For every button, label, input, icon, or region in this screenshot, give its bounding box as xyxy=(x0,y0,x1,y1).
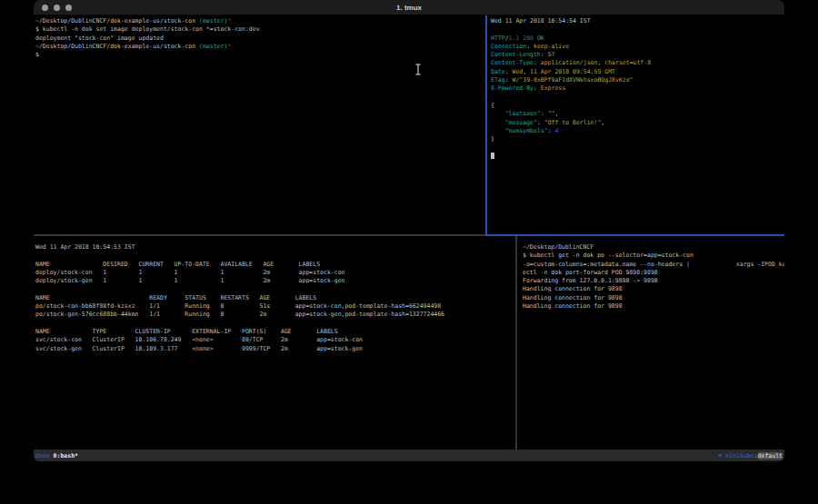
text-segment: , xyxy=(601,119,604,126)
terminal-line: Handling connection for 9898 xyxy=(523,285,784,293)
text-segment: $ xyxy=(35,51,39,58)
terminal-line: Handling connection for 9898 xyxy=(523,302,784,311)
text-segment: application/json; charset=utf-8 xyxy=(541,59,651,66)
terminal-line: $ kubectl get -n dok po --selector=app=s… xyxy=(523,252,784,260)
terminal-line: deploy/stock-con 1 1 1 1 2m app=stock-co… xyxy=(35,269,515,277)
text-segment: NAME DESIRED CURRENT UP-TO-DATE AVAILABL… xyxy=(35,261,320,268)
text-segment: deploy/stock-con 1 1 1 1 2m app=stock-co… xyxy=(35,269,344,276)
text-segment: deployment "stock-con" image updated xyxy=(35,35,164,42)
text-segment: { xyxy=(491,102,494,109)
text-segment: (master) xyxy=(199,43,227,50)
terminal-line: ectl -n dok port-forward POD 9898:9898 xyxy=(523,269,784,277)
text-segment: keep-alive xyxy=(534,43,569,50)
terminal-line: $ xyxy=(35,51,485,59)
terminal-line: ~/Desktop/DublinCNCF xyxy=(523,243,784,252)
text-segment: NAME READY STATUS RESTARTS AGE LABELS xyxy=(35,294,316,301)
terminal-line: HTTP/1.1 200 OK xyxy=(491,35,784,43)
terminal-line: ~/Desktop/DublinCNCF/dok-example-us/stoc… xyxy=(35,43,485,51)
text-segment: : xyxy=(541,110,548,117)
text-segment: -o=custom-columns=:metadata.name --no-he… xyxy=(523,261,784,268)
terminal-line xyxy=(35,320,515,328)
tmux-status-bar: demo 0:bash* ☸ minikube:default xyxy=(34,450,784,461)
text-segment: Handling connection for 9898 xyxy=(523,294,623,301)
text-segment: } xyxy=(491,135,494,143)
terminal-line: Date: Wed, 11 Apr 2018 09:54:55 GMT xyxy=(491,68,784,76)
text-segment: Handling connection for 9898 xyxy=(523,285,623,292)
text-segment: X-Powered-By xyxy=(491,84,534,92)
text-segment: ~/Desktop/DublinCNCF/dok-example-us/stoc… xyxy=(35,43,199,50)
terminal-line: -o=custom-columns=:metadata.name --no-he… xyxy=(523,261,784,269)
text-segment: "Off to Berlin!" xyxy=(544,119,602,126)
pane-kubectl-resources[interactable]: Wed 11 Apr 2018 10:54:53 IST NAME DESIRE… xyxy=(34,236,515,450)
text-segment: 57 xyxy=(548,51,555,58)
text-segment: HTTP xyxy=(491,35,505,42)
window-title: 1. tmux xyxy=(34,4,784,12)
terminal-line: po/stock-gen-576cc688bb-44kmn 1/1 Runnin… xyxy=(35,311,515,319)
terminal-line xyxy=(35,252,515,260)
terminal-line: Handling connection for 9898 xyxy=(523,294,784,302)
window-titlebar[interactable]: 1. tmux xyxy=(34,0,784,15)
text-segment: demo xyxy=(35,452,50,460)
text-segment: : xyxy=(537,119,544,126)
text-segment: (master) xyxy=(199,17,227,25)
pane-port-forward[interactable]: ~/Desktop/DublinCNCF$ kubectl get -n dok… xyxy=(517,236,784,450)
mouse-ibeam-cursor xyxy=(414,64,422,75)
text-segment xyxy=(491,119,505,126)
status-session-and-window[interactable]: demo 0:bash* xyxy=(35,452,78,460)
text-segment: Wed, 11 Apr 2018 09:54:55 GMT xyxy=(512,68,615,75)
terminal-line: svc/stock-gen ClusterIP 10.109.3.177 <no… xyxy=(35,345,515,353)
text-segment: NAME TYPE CLUSTER-IP EXTERNAL-IP PORT(S)… xyxy=(35,328,338,335)
text-segment: "message" xyxy=(505,119,537,126)
terminal-line: "lastseen": "", xyxy=(491,110,784,118)
text-segment: * xyxy=(227,17,231,25)
text-segment: : xyxy=(754,452,758,460)
pane-divider-vertical-top-active[interactable] xyxy=(485,15,487,234)
pane-divider-horizontal-left[interactable] xyxy=(34,234,485,236)
text-segment: Content-Type xyxy=(491,59,534,66)
text-segment: "numsymbols" xyxy=(505,127,548,134)
text-segment: $ kubectl -n dok set image deployment/st… xyxy=(35,25,260,33)
text-segment: 1.1 200 xyxy=(509,35,534,42)
terminal-line xyxy=(35,285,515,293)
pane-http-response[interactable]: Wed 11 Apr 2018 10:54:54 IST HTTP/1.1 20… xyxy=(487,15,784,234)
terminal-line: Connection: keep-alive xyxy=(491,43,784,51)
terminal-line: svc/stock-con ClusterIP 10.106.78.249 <n… xyxy=(35,336,515,344)
text-segment xyxy=(491,127,505,134)
text-segment: 4 xyxy=(554,127,558,134)
text-segment: deploy/stock-gen 1 1 1 1 2m app=stock-ge… xyxy=(35,277,344,284)
terminal-line: po/stock-con-bb68f88fd-kzsxz 1/1 Running… xyxy=(35,302,515,311)
terminal-line: Content-Length: 57 xyxy=(491,51,784,59)
text-segment: Date xyxy=(491,68,505,75)
terminal-line: Wed 11 Apr 2018 10:54:53 IST xyxy=(35,243,515,252)
text-segment: default xyxy=(758,452,783,460)
tmux-session-area: ~/Desktop/DublinCNCF/dok-example-us/stoc… xyxy=(34,15,784,450)
text-segment: $ kubectl get -n dok po --selector=app=s… xyxy=(523,252,693,259)
text-segment: ~/Desktop/DublinCNCF/dok-example-us/stoc… xyxy=(35,17,199,25)
text-cursor xyxy=(491,153,494,159)
pane-shell-stock-con[interactable]: ~/Desktop/DublinCNCF/dok-example-us/stoc… xyxy=(34,15,485,234)
status-kube-context: ☸ minikube:default xyxy=(719,452,783,460)
terminal-line: deploy/stock-gen 1 1 1 1 2m app=stock-ge… xyxy=(35,277,515,285)
text-segment: ETag xyxy=(491,76,505,84)
text-segment: OK xyxy=(537,35,544,42)
pane-divider-horizontal-right-active[interactable] xyxy=(485,234,784,236)
text-segment: : xyxy=(526,43,534,50)
terminal-line: Wed 11 Apr 2018 10:54:54 IST xyxy=(491,17,784,25)
text-segment: Wed 11 Apr 2018 10:54:53 IST xyxy=(35,243,135,251)
text-segment xyxy=(491,110,505,117)
terminal-line: "message": "Off to Berlin!", xyxy=(491,119,784,127)
text-segment: : xyxy=(534,59,541,66)
terminal-line: ETag: W/"39-0xBPf9aF1dXVNkhsxoBQgJ8vKzo" xyxy=(491,76,784,84)
text-segment: Forwarding from 127.0.0.1:9898 -> 9898 xyxy=(523,277,658,284)
terminal-window: 1. tmux ~/Desktop/DublinCNCF/dok-example… xyxy=(34,0,784,461)
text-segment: Content-Length xyxy=(491,51,541,58)
text-segment: Handling connection for 9898 xyxy=(523,302,623,310)
terminal-line xyxy=(491,25,784,34)
terminal-line: Forwarding from 127.0.0.1:9898 -> 9898 xyxy=(523,277,784,285)
pane-divider-vertical-bottom[interactable] xyxy=(515,236,517,450)
text-segment: 0:bash* xyxy=(54,452,78,460)
terminal-line xyxy=(491,94,784,102)
terminal-line xyxy=(491,143,784,152)
text-segment: svc/stock-gen ClusterIP 10.109.3.177 <no… xyxy=(35,345,363,352)
terminal-line: } xyxy=(491,135,784,143)
